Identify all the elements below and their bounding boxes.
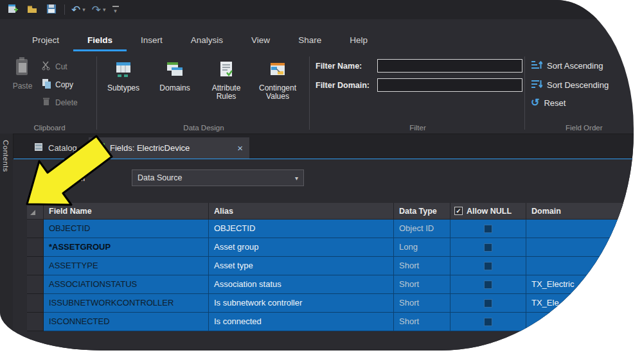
allow-null-checkbox[interactable] xyxy=(484,225,492,233)
sort-ascending-icon xyxy=(531,59,542,73)
contents-rail: Contents xyxy=(0,134,13,351)
domains-button[interactable]: Domains xyxy=(149,58,201,134)
row-selector[interactable] xyxy=(27,313,44,331)
tab-catalog-label: Catalog xyxy=(48,143,77,153)
cell-data-type[interactable]: Short xyxy=(394,313,450,331)
row-selector[interactable] xyxy=(27,257,44,275)
clipboard-group-label: Clipboard xyxy=(3,124,96,132)
sort-descending-button[interactable]: Sort Descending xyxy=(531,78,609,92)
allow-null-header-checkbox[interactable]: ✓ xyxy=(454,207,463,215)
copy-button[interactable]: Copy xyxy=(41,78,73,91)
contents-tab[interactable]: Contents xyxy=(2,140,10,172)
allow-null-checkbox[interactable] xyxy=(484,262,492,270)
cell-data-type[interactable]: Short xyxy=(394,294,450,313)
contingent-values-button[interactable]: Contingent Values xyxy=(252,58,303,134)
copy-label: Copy xyxy=(55,80,73,89)
cell-field-name[interactable]: ISCONNECTED xyxy=(44,313,209,331)
allow-null-checkbox[interactable] xyxy=(484,299,492,308)
cell-domain[interactable]: TX_Electric xyxy=(526,275,634,294)
cell-field-name[interactable]: ISSUBNETWORKCONTROLLER xyxy=(44,294,209,313)
cell-allow-null[interactable] xyxy=(450,257,526,275)
row-selector[interactable] xyxy=(27,238,44,257)
cell-domain[interactable]: TX_Ele xyxy=(526,294,634,313)
new-project-button[interactable] xyxy=(6,3,19,16)
paste-button[interactable]: Paste xyxy=(8,56,37,91)
redo-button[interactable]: ↷ ▾ xyxy=(92,4,106,15)
close-tab-icon[interactable]: × xyxy=(237,143,243,153)
cell-alias[interactable]: Asset type xyxy=(209,257,394,275)
cell-field-name[interactable]: ASSOCIATIONSTATUS xyxy=(44,275,209,294)
allow-null-checkbox[interactable] xyxy=(484,243,492,252)
ribbon-tab-project[interactable]: Project xyxy=(18,35,73,51)
allow-null-header-label: Allow NULL xyxy=(467,203,512,220)
filter-domain-input[interactable] xyxy=(377,78,522,92)
tab-fields-electricdevice[interactable]: Fields: ElectricDevice × xyxy=(89,137,249,159)
cell-allow-null[interactable] xyxy=(450,220,526,238)
save-project-button[interactable] xyxy=(45,3,58,16)
subtypes-button[interactable]: Subtypes xyxy=(98,58,149,134)
cell-allow-null[interactable] xyxy=(450,313,526,331)
customize-quick-access-button[interactable]: ▾ xyxy=(112,6,119,14)
attribute-rules-button[interactable]: Attribute Rules xyxy=(201,58,252,134)
reset-label: Reset xyxy=(544,98,566,108)
delete-label: Delete xyxy=(55,98,78,107)
filter-domain-label: Filter Domain: xyxy=(316,81,377,90)
cell-alias[interactable]: Is subnetwork controller xyxy=(209,294,394,313)
open-project-icon xyxy=(26,3,38,17)
cell-data-type[interactable]: Long xyxy=(394,238,450,257)
cell-allow-null[interactable] xyxy=(450,275,526,294)
row-selector[interactable] xyxy=(27,220,44,238)
cell-field-name[interactable]: *ASSETGROUP xyxy=(44,238,209,257)
select-all-corner[interactable] xyxy=(27,203,44,220)
cell-data-type[interactable]: Short xyxy=(394,275,450,294)
field-order-group-label: Field Order xyxy=(526,124,634,132)
header-field-name[interactable]: Field Name xyxy=(44,203,209,220)
cell-alias[interactable]: Association status xyxy=(209,275,394,294)
cell-domain[interactable] xyxy=(526,313,634,331)
data-source-dropdown[interactable]: Data Source ▾ xyxy=(132,169,304,186)
cell-data-type[interactable]: Object ID xyxy=(394,220,450,238)
header-alias[interactable]: Alias xyxy=(209,203,394,220)
ribbon-tab-view[interactable]: View xyxy=(237,35,284,51)
cell-domain[interactable] xyxy=(526,238,634,257)
row-selector[interactable] xyxy=(27,294,44,313)
undo-button[interactable]: ↶ ▾ xyxy=(71,4,85,15)
cut-button[interactable]: Cut xyxy=(41,60,67,73)
header-domain[interactable]: Domain xyxy=(526,203,634,220)
ribbon-tab-help[interactable]: Help xyxy=(335,35,382,51)
cell-domain[interactable] xyxy=(526,220,634,238)
cell-field-name[interactable]: OBJECTID xyxy=(44,220,209,238)
ribbon: Paste Cut Copy xyxy=(0,53,634,134)
allow-null-checkbox[interactable] xyxy=(484,281,492,289)
reset-button[interactable]: ↺ Reset xyxy=(531,98,566,108)
ribbon-tab-fields[interactable]: Fields xyxy=(73,35,127,51)
cell-data-type[interactable]: Short xyxy=(394,257,450,275)
cell-field-name[interactable]: ASSETTYPE xyxy=(44,257,209,275)
cell-allow-null[interactable] xyxy=(450,238,526,257)
cell-alias[interactable]: OBJECTID xyxy=(209,220,394,238)
cell-allow-null[interactable] xyxy=(450,294,526,313)
ribbon-tab-share[interactable]: Share xyxy=(284,35,335,51)
allow-null-checkbox[interactable] xyxy=(484,318,492,326)
ribbon-tab-insert[interactable]: Insert xyxy=(127,35,177,51)
filter-name-input[interactable] xyxy=(377,59,522,73)
cut-label: Cut xyxy=(55,62,67,71)
cell-alias[interactable]: Asset group xyxy=(209,238,394,257)
cell-alias[interactable]: Is connected xyxy=(209,313,394,331)
fields-view-icon xyxy=(95,142,105,154)
filter-group-label: Filter xyxy=(310,124,525,132)
tab-catalog[interactable]: Catalog xyxy=(28,139,82,156)
row-selector[interactable] xyxy=(27,275,44,294)
cell-domain[interactable] xyxy=(526,257,634,275)
header-data-type[interactable]: Data Type xyxy=(394,203,450,220)
sort-ascending-button[interactable]: Sort Ascending xyxy=(531,59,603,73)
ribbon-tab-analysis[interactable]: Analysis xyxy=(177,35,237,51)
redo-dropdown-caret-icon[interactable]: ▾ xyxy=(103,7,106,13)
sort-descending-label: Sort Descending xyxy=(547,80,609,90)
delete-button[interactable]: Delete xyxy=(41,96,78,108)
open-project-button[interactable] xyxy=(26,3,39,16)
header-allow-null[interactable]: ✓ Allow NULL xyxy=(450,203,526,220)
tab-fields-label: Fields: ElectricDevice xyxy=(110,143,190,153)
undo-dropdown-caret-icon[interactable]: ▾ xyxy=(82,7,85,13)
data-design-group-label: Data Design xyxy=(98,124,310,132)
